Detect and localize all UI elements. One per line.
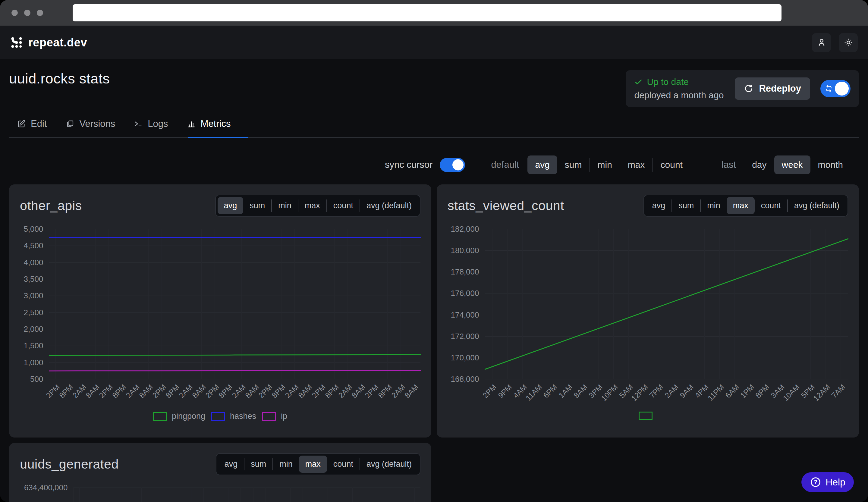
theme-toggle-button[interactable] [839,33,858,52]
deploy-panel: Up to date deployed a month ago Redeploy [626,70,859,107]
stats_viewed_count-agg-option-avg--default-[interactable]: avg (default) [788,197,846,214]
tab-label: Edit [31,118,47,129]
brand: repeat.dev [10,36,87,49]
y-axis-label: 178,000 [447,267,479,276]
metrics-icon [187,119,196,128]
other_apis-agg-option-sum[interactable]: sum [243,197,271,214]
chart-card-stats_viewed_count: stats_viewed_countavgsumminmaxcountavg (… [437,185,859,438]
uuids_generated-agg-option-avg[interactable]: avg [218,456,244,473]
y-axis-label: 4,500 [20,241,43,250]
chart-legend: pingponghashesip [20,411,421,421]
series-line-hashes [49,237,421,238]
chart-agg-control: avgsumminmaxcountavg (default) [643,195,848,217]
title-row: uuid.rocks stats Up to date deployed a m… [9,70,859,107]
x-axis-label-text: 2AM [230,383,247,400]
uuids_generated-agg-option-sum[interactable]: sum [245,456,272,473]
legend-label: hashes [230,411,256,421]
stats_viewed_count-agg-option-min[interactable]: min [701,197,727,214]
y-axis-label: 176,000 [447,289,479,298]
plot-area[interactable] [49,229,421,379]
range-option-day[interactable]: day [744,156,774,174]
x-axis-label-text: 8AM [137,383,155,400]
range-option-week[interactable]: week [774,156,810,174]
legend-item: pingpong [153,411,205,421]
other_apis-agg-option-min[interactable]: min [272,197,298,214]
other_apis-agg-option-avg--default-[interactable]: avg (default) [360,197,418,214]
auto-redeploy-toggle[interactable] [820,80,850,97]
user-icon [816,38,827,48]
other_apis-agg-option-avg[interactable]: avg [218,197,244,214]
x-axis-label-text: 8AM [403,383,420,400]
stats_viewed_count-agg-option-count[interactable]: count [755,197,787,214]
x-axis-label-text: 12PM [630,383,650,403]
default-agg-option-avg[interactable]: avg [527,156,557,174]
traffic-light-dot[interactable] [11,10,18,16]
default-agg-option-max[interactable]: max [620,156,652,174]
x-axis-label-text: 7PM [648,383,665,400]
y-axis-label: 174,000 [447,310,479,320]
tab-edit[interactable]: Edit [9,118,54,137]
traffic-light-dot[interactable] [24,10,30,16]
chart-card-other_apis: other_apisavgsumminmaxcountavg (default)… [9,185,431,438]
y-axis-label: 3,000 [20,291,43,301]
chart-plot-region: 634,400,000634,300,000634,200,000 [20,486,421,502]
browser-address-bar[interactable] [73,4,782,21]
plot-area[interactable] [73,488,421,502]
tab-logs[interactable]: Logs [126,118,176,137]
x-axis-label-text: 2AM [177,383,194,400]
sync-cursor-group: sync cursor [385,158,465,172]
default-agg-option-count[interactable]: count [653,156,690,174]
browser-chrome [0,0,868,25]
uuids_generated-agg-option-max[interactable]: max [299,456,327,473]
traffic-light-dot[interactable] [37,10,43,16]
help-button[interactable]: ? Help [802,472,854,492]
x-axis-label-text: 2AM [283,383,300,400]
default-agg-option-sum[interactable]: sum [557,156,590,174]
tabs: EditVersionsLogsMetrics [9,118,859,137]
uuids_generated-agg-option-count[interactable]: count [327,456,360,473]
traffic-lights [11,10,43,16]
page-title: uuid.rocks stats [9,70,110,87]
chart-card-uuids_generated: uuids_generatedavgsumminmaxcountavg (def… [9,443,431,502]
x-axis-label-text: 2PM [44,383,61,400]
x-axis-label-text: 8PM [217,383,234,400]
x-axis-label-text: 11AM [524,383,544,402]
deploy-status: Up to date deployed a month ago [634,77,725,100]
x-axis-label-text: 2PM [310,383,327,400]
stats_viewed_count-agg-option-sum[interactable]: sum [672,197,700,214]
chart-header: uuids_generatedavgsumminmaxcountavg (def… [20,452,421,475]
uuids_generated-agg-option-min[interactable]: min [273,456,299,473]
stats_viewed_count-agg-option-avg[interactable]: avg [646,197,672,214]
legend-swatch [211,412,225,421]
y-axis-label: 2,000 [20,325,43,334]
legend-label: pingpong [172,411,205,421]
series-line-pingpong [49,355,421,355]
plot-area[interactable] [485,229,848,379]
range-option-month[interactable]: month [810,156,850,174]
chart-title: uuids_generated [20,457,119,472]
app-header: repeat.dev [0,25,868,59]
y-axis-label: 3,500 [20,274,43,284]
chart-header: other_apisavgsumminmaxcountavg (default) [20,194,421,217]
toggle-knob [452,159,464,170]
x-axis-label-text: 10AM [781,383,802,403]
other_apis-agg-option-max[interactable]: max [298,197,327,214]
brand-name: repeat.dev [28,36,87,49]
redeploy-button[interactable]: Redeploy [735,77,810,100]
default-aggregation-group: default avgsumminmaxcount [491,156,690,174]
x-axis-label-text: 8AM [297,383,314,400]
sync-cursor-toggle[interactable] [440,158,465,172]
other_apis-agg-option-count[interactable]: count [327,197,360,214]
x-axis-label-text: 9AM [678,383,695,400]
tab-versions[interactable]: Versions [58,118,123,137]
x-axis-label-text: 8PM [164,383,181,400]
tab-label: Metrics [201,118,231,129]
default-agg-option-min[interactable]: min [590,156,620,174]
uuids_generated-agg-option-avg--default-[interactable]: avg (default) [360,456,418,473]
stats_viewed_count-agg-option-max[interactable]: max [727,197,755,214]
tabs-underline [9,137,859,138]
tab-metrics[interactable]: Metrics [179,118,239,137]
user-menu-button[interactable] [812,33,831,52]
x-axis-label-text: 2PM [204,383,221,400]
x-axis-label-text: 9PM [496,383,514,400]
